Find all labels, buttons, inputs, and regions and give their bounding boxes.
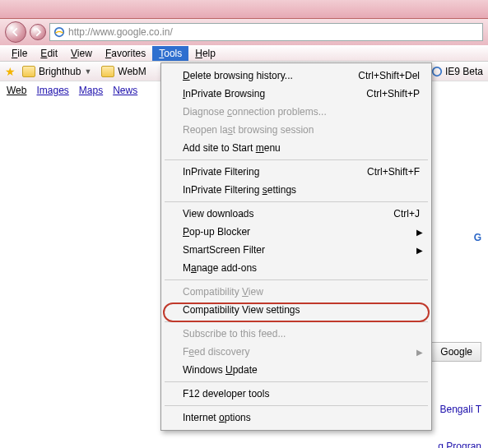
- menu-tools[interactable]: Tools: [152, 46, 188, 61]
- tools-menu-dropdown: Delete browsing history...Ctrl+Shift+Del…: [160, 62, 432, 431]
- menu-item-label: InPrivate Filtering: [183, 166, 259, 178]
- menu-item-label: Subscribe to this feed...: [183, 328, 286, 339]
- menu-help[interactable]: Help: [188, 46, 222, 61]
- menu-edit[interactable]: Edit: [34, 46, 64, 61]
- menu-separator: [165, 405, 428, 406]
- menu-item-label: View downloads: [183, 208, 254, 219]
- shortcut-label: Ctrl+Shift+P: [366, 88, 420, 99]
- tab-strip: [0, 0, 488, 19]
- menu-item-view-downloads[interactable]: View downloadsCtrl+J: [163, 205, 430, 223]
- menu-item-label: Diagnose connection problems...: [183, 106, 327, 118]
- language-links[interactable]: Bengali T: [440, 404, 481, 415]
- menu-item-inprivate-filtering-settings[interactable]: InPrivate Filtering settings: [163, 181, 430, 199]
- chevron-down-icon: ▼: [84, 67, 91, 76]
- nav-link-maps[interactable]: Maps: [79, 85, 103, 96]
- fav-label: IE9 Beta: [445, 66, 483, 77]
- favorites-star-icon[interactable]: ★: [5, 65, 16, 78]
- menu-item-inprivate-filtering[interactable]: InPrivate FilteringCtrl+Shift+F: [163, 163, 430, 181]
- menu-item-label: SmartScreen Filter: [183, 244, 265, 256]
- ie-icon: [53, 26, 65, 38]
- url-text: http://www.google.co.in/: [68, 26, 173, 38]
- google-search-button[interactable]: Google: [431, 342, 481, 362]
- menu-item-f12-developer-tools[interactable]: F12 developer tools: [163, 385, 430, 403]
- folder-icon: [22, 66, 35, 77]
- address-bar[interactable]: http://www.google.co.in/: [49, 23, 483, 41]
- menu-item-inprivate-browsing[interactable]: InPrivate BrowsingCtrl+Shift+P: [163, 85, 430, 103]
- menu-item-compatibility-view-settings[interactable]: Compatibility View settings: [163, 301, 430, 319]
- url-input[interactable]: [176, 26, 479, 38]
- menu-item-delete-browsing-history[interactable]: Delete browsing history...Ctrl+Shift+Del: [163, 67, 430, 85]
- menu-separator: [165, 201, 428, 202]
- nav-link-images[interactable]: Images: [36, 85, 68, 96]
- fav-label: Brighthub: [39, 66, 81, 77]
- menu-item-diagnose-connection-problems: Diagnose connection problems...: [163, 103, 430, 121]
- menu-view[interactable]: View: [64, 46, 99, 61]
- menu-item-label: Manage add-ons: [183, 262, 257, 274]
- menu-item-label: Reopen last browsing session: [183, 124, 314, 136]
- menu-favorites[interactable]: Favorites: [99, 46, 152, 61]
- menu-item-label: Feed discovery: [183, 346, 249, 358]
- menu-item-label: Pop-up Blocker: [183, 226, 250, 238]
- google-logo: G: [474, 182, 481, 256]
- menu-item-label: Internet options: [183, 412, 251, 423]
- menu-item-compatibility-view: Compatibility View: [163, 283, 430, 301]
- menu-item-feed-discovery: Feed discovery▶: [163, 343, 430, 361]
- menu-separator: [165, 159, 428, 160]
- svg-point-1: [433, 67, 442, 76]
- submenu-arrow-icon: ▶: [416, 246, 423, 255]
- submenu-arrow-icon: ▶: [416, 228, 423, 237]
- shortcut-label: Ctrl+J: [393, 208, 420, 219]
- nav-link-news[interactable]: News: [113, 85, 137, 96]
- menu-item-label: Add site to Start menu: [183, 142, 281, 154]
- fav-brighthub[interactable]: Brighthub ▼: [19, 66, 95, 77]
- program-links[interactable]: g Progran: [438, 441, 481, 448]
- menu-item-add-site-to-start-menu[interactable]: Add site to Start menu: [163, 139, 430, 157]
- arrow-left-icon: [10, 26, 21, 38]
- menu-separator: [165, 321, 428, 322]
- submenu-arrow-icon: ▶: [416, 348, 423, 357]
- menu-bar: FileEditViewFavoritesToolsHelp: [0, 45, 488, 62]
- shortcut-label: Ctrl+Shift+F: [367, 166, 420, 178]
- forward-button[interactable]: [30, 24, 46, 40]
- menu-separator: [165, 279, 428, 280]
- menu-item-label: Compatibility View: [183, 286, 263, 298]
- menu-item-subscribe-to-this-feed: Subscribe to this feed...: [163, 325, 430, 343]
- ie-icon: [431, 66, 443, 77]
- fav-label: WebM: [118, 66, 146, 77]
- menu-item-pop-up-blocker[interactable]: Pop-up Blocker▶: [163, 223, 430, 241]
- arrow-right-icon: [32, 26, 44, 38]
- nav-link-web[interactable]: Web: [7, 85, 26, 96]
- menu-item-label: InPrivate Browsing: [183, 88, 265, 99]
- back-button[interactable]: [5, 21, 26, 43]
- menu-item-label: Delete browsing history...: [183, 70, 293, 81]
- menu-separator: [165, 381, 428, 382]
- nav-toolbar: http://www.google.co.in/: [0, 19, 488, 45]
- menu-item-label: InPrivate Filtering settings: [183, 184, 296, 196]
- menu-item-windows-update[interactable]: Windows Update: [163, 361, 430, 379]
- folder-icon: [101, 66, 114, 77]
- shortcut-label: Ctrl+Shift+Del: [358, 70, 420, 81]
- menu-file[interactable]: File: [5, 46, 34, 61]
- menu-item-smartscreen-filter[interactable]: SmartScreen Filter▶: [163, 241, 430, 259]
- menu-item-reopen-last-browsing-session: Reopen last browsing session: [163, 121, 430, 139]
- fav-ie9beta[interactable]: IE9 Beta: [431, 66, 483, 77]
- menu-item-label: Compatibility View settings: [183, 304, 300, 316]
- logo-letter: G: [474, 232, 481, 243]
- menu-item-manage-add-ons[interactable]: Manage add-ons: [163, 259, 430, 277]
- menu-item-internet-options[interactable]: Internet options: [163, 409, 430, 427]
- fav-webm[interactable]: WebM: [98, 66, 149, 77]
- menu-item-label: Windows Update: [183, 364, 258, 376]
- menu-item-label: F12 developer tools: [183, 388, 269, 400]
